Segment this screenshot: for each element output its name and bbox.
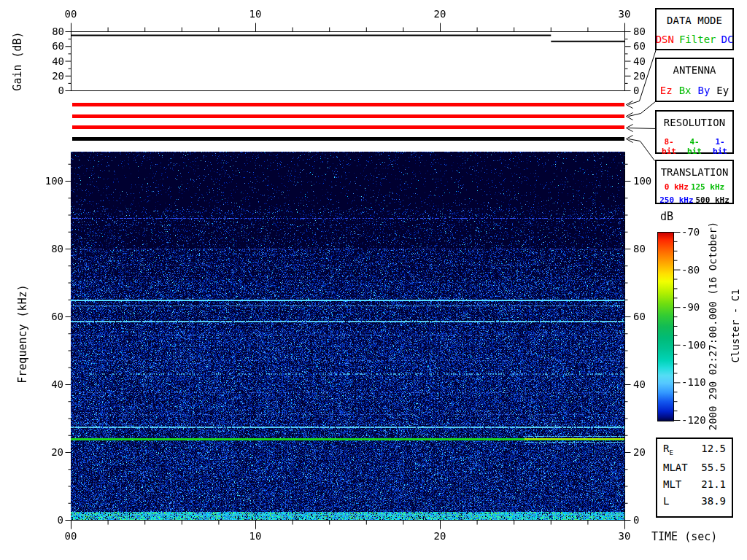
gain-ytick-label: 20 <box>20 71 64 81</box>
data-mode-panel-title: DATA MODE <box>657 9 732 26</box>
time-top-tick-label: 00 <box>65 9 77 19</box>
ephemeris-row-mlt: MLT 21.1 <box>657 475 732 491</box>
translation-option-500khz: 500 kHz <box>696 195 729 205</box>
data-mode-option-dc: DC <box>721 34 734 45</box>
mlat-value: 55.5 <box>701 462 726 473</box>
gain-ytick-label: 40 <box>20 56 64 66</box>
time-top-tick-label: 20 <box>434 9 446 19</box>
l-value: 38.9 <box>701 495 726 507</box>
colorbar-tick-label: -90 <box>681 302 700 312</box>
ephemeris-row-mlat: MLAT 55.5 <box>657 458 732 475</box>
time-axis-label: TIME (sec) <box>651 530 717 543</box>
freq-ytick-label: 80 <box>20 244 63 254</box>
antenna-option-ey: Ey <box>716 85 729 96</box>
colorbar-tick-label: -120 <box>681 415 706 425</box>
freq-ytick-label-right: 80 <box>633 244 646 254</box>
antenna-panel-title: ANTENNA <box>657 59 732 76</box>
spectrogram-canvas <box>71 152 624 520</box>
gain-ytick-label-right: 0 <box>633 85 639 96</box>
gain-ytick-label-right: 80 <box>633 26 646 36</box>
spacecraft-annotation: Cluster - C1 <box>729 289 741 362</box>
translation-status-bar <box>72 137 624 141</box>
resolution-option-1bit: 1-bit <box>708 137 732 156</box>
freq-ytick-label: 40 <box>20 379 63 389</box>
freq-ytick-label: 0 <box>20 515 63 525</box>
data-mode-panel: DATA MODE DSN Filter DC <box>655 8 734 50</box>
translation-panel-title: TRANSLATION <box>657 161 732 178</box>
resolution-panel-title: RESOLUTION <box>657 112 732 128</box>
gain-ytick-label-right: 40 <box>633 56 646 66</box>
freq-ytick-label-right: 100 <box>633 176 651 186</box>
gain-ytick-label: 80 <box>20 26 64 36</box>
freq-ytick-label: 60 <box>20 311 63 322</box>
wbd-spectrogram-screen: Gain (dB) Frequency (kHz) DATA MODE DSN … <box>0 0 747 560</box>
ephemeris-row-re: RE 12.5 <box>657 439 732 458</box>
gain-ytick-label-right: 20 <box>633 71 646 81</box>
antenna-option-by: By <box>698 85 711 96</box>
freq-ytick-label-right: 20 <box>633 447 646 457</box>
re-value: 12.5 <box>701 443 726 456</box>
colorbar-tick-label: -110 <box>681 377 706 387</box>
translation-panel: TRANSLATION 0 kHz 125 kHz 250 kHz 500 kH… <box>655 160 734 204</box>
frequency-axis-label: Frequency (kHz) <box>16 284 29 383</box>
data-mode-option-filter: Filter <box>679 34 716 45</box>
colorbar <box>657 232 674 421</box>
antenna-option-ez: Ez <box>660 85 673 96</box>
time-top-tick-label: 30 <box>619 9 631 19</box>
resolution-panel: RESOLUTION 8-bit 4-bit 1-bit <box>655 110 734 154</box>
mlt-label: MLT <box>663 478 681 490</box>
freq-ytick-label-right: 40 <box>633 379 646 389</box>
antenna-option-bx: Bx <box>679 85 692 96</box>
translation-option-125khz: 125 kHz <box>691 182 724 192</box>
data-mode-option-dsn: DSN <box>656 34 674 45</box>
colorbar-tick-label: -70 <box>681 227 700 237</box>
time-bottom-tick-label: 30 <box>619 531 631 541</box>
ephemeris-panel: RE 12.5 MLAT 55.5 MLT 21.1 L 38.9 <box>656 438 733 518</box>
time-top-tick-label: 10 <box>249 9 262 19</box>
antenna-panel: ANTENNA Ez Bx By Ey <box>655 58 734 102</box>
colorbar-db-label: dB <box>660 210 673 223</box>
resolution-option-8bit: 8-bit <box>657 137 681 156</box>
colorbar-tick-label: -80 <box>681 265 700 275</box>
l-label: L <box>663 495 669 507</box>
ephemeris-row-l: L 38.9 <box>657 491 732 508</box>
time-bottom-tick-label: 00 <box>65 531 77 541</box>
freq-ytick-label: 100 <box>20 176 63 186</box>
translation-option-250khz: 250 kHz <box>659 195 693 205</box>
datetime-annotation: 2000 290 02:27:00.000 (16 October) <box>707 222 719 431</box>
mlat-label: MLAT <box>663 462 688 473</box>
resolution-option-4bit: 4-bit <box>683 137 706 156</box>
re-label: RE <box>663 443 673 456</box>
gain-ytick-label: 0 <box>20 85 64 96</box>
mlt-value: 21.1 <box>701 478 726 490</box>
gain-ytick-label: 60 <box>20 41 64 51</box>
freq-ytick-label-right: 0 <box>633 515 639 525</box>
colorbar-tick-label: -100 <box>681 340 706 350</box>
antenna-status-bar <box>72 114 624 118</box>
time-bottom-tick-label: 20 <box>434 531 446 541</box>
data-mode-status-bar <box>72 103 624 106</box>
gain-ytick-label-right: 60 <box>633 41 646 51</box>
time-bottom-tick-label: 10 <box>249 531 262 541</box>
translation-option-0khz: 0 kHz <box>665 182 689 192</box>
resolution-status-bar <box>72 125 624 129</box>
freq-ytick-label-right: 60 <box>633 311 646 322</box>
freq-ytick-label: 20 <box>20 447 63 457</box>
